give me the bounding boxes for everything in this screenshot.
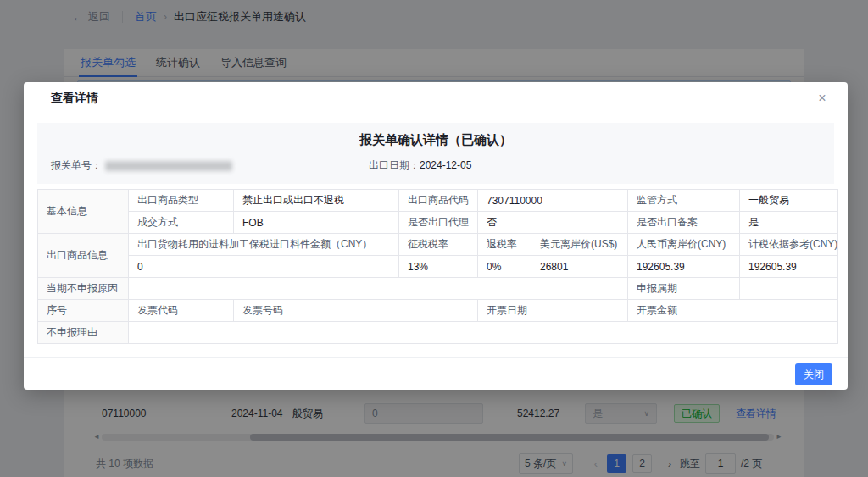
cell-label: 是否出口代理 [399,212,478,234]
table-row: 序号 发票代码 发票号码 开票日期 开票金额 [38,300,838,322]
export-date-group: 出口日期：2024-12-05 [369,158,471,173]
cell-label: 美元离岸价(US$) [531,234,628,256]
table-row: 基本信息 出口商品类型 禁止出口或出口不退税 出口商品代码 7307110000… [38,190,838,212]
cell-label: 人民币离岸价(CNY) [628,234,740,256]
cell-label: 监管方式 [628,190,740,212]
export-date-label: 出口日期： [369,159,420,171]
table-row: 0 13% 0% 26801 192605.39 192605.39 [38,256,838,278]
detail-table: 基本信息 出口商品类型 禁止出口或出口不退税 出口商品代码 7307110000… [37,189,838,344]
declaration-no-group: 报关单号： [51,158,232,173]
view-detail-modal: 查看详情 × 报关单确认详情（已确认） 报关单号： 出口日期：2024-12-0… [24,82,848,390]
cell-label: 发票代码 [129,300,234,322]
declaration-no-masked-value [105,161,232,171]
cell-value: 0 [129,256,399,278]
group-commodity-info-label: 出口商品信息 [38,234,129,278]
cell-value: 7307110000 [478,190,628,212]
cell-label: 不申报理由 [38,322,129,344]
cell-value: 否 [478,212,628,234]
export-date-value: 2024-12-05 [420,159,471,171]
cell-label: 申报属期 [628,278,740,300]
modal-title: 查看详情 [51,82,98,114]
screen: ← 返回 首页 › 出口应征税报关单用途确认 报关单勾选 统计确认 导入信息查询… [0,0,868,477]
cell-label: 开票日期 [478,300,628,322]
modal-header: 查看详情 × [24,82,848,114]
cell-label: 出口货物耗用的进料加工保税进口料件金额（CNY） [129,234,399,256]
cell-value [129,278,628,300]
cell-label: 序号 [38,300,129,322]
declaration-summary: 报关单确认详情（已确认） 报关单号： 出口日期：2024-12-05 [37,123,834,184]
declaration-detail-title: 报关单确认详情（已确认） [37,132,834,148]
group-basic-info-label: 基本信息 [38,190,129,234]
cell-label: 开票金额 [628,300,838,322]
cell-label: 发票号码 [234,300,478,322]
table-row: 当期不申报原因 申报属期 [38,278,838,300]
cell-label: 征税税率 [399,234,478,256]
cell-value: 26801 [531,256,628,278]
cell-label: 是否出口备案 [628,212,740,234]
cell-value: 13% [399,256,478,278]
cell-label: 当期不申报原因 [38,278,129,300]
cell-label: 成交方式 [129,212,234,234]
cell-value: 192605.39 [740,256,838,278]
modal-footer: 关闭 [24,357,848,390]
cell-value: 是 [740,212,838,234]
declaration-no-label: 报关单号： [51,158,102,173]
table-row: 出口商品信息 出口货物耗用的进料加工保税进口料件金额（CNY） 征税税率 退税率… [38,234,838,256]
table-row: 成交方式 FOB 是否出口代理 否 是否出口备案 是 [38,212,838,234]
cell-label: 退税率 [478,234,531,256]
cell-label: 出口商品代码 [399,190,478,212]
cell-value [129,322,838,344]
close-button[interactable]: 关闭 [795,363,832,385]
cell-value: 禁止出口或出口不退税 [234,190,399,212]
cell-value [740,278,838,300]
cell-value: FOB [234,212,399,234]
cell-label: 计税依据参考(CNY) [740,234,838,256]
cell-value: 一般贸易 [740,190,838,212]
table-row: 不申报理由 [38,322,838,344]
cell-value: 0% [478,256,531,278]
cell-label: 出口商品类型 [129,190,234,212]
close-icon[interactable]: × [814,90,831,107]
cell-value: 192605.39 [628,256,740,278]
